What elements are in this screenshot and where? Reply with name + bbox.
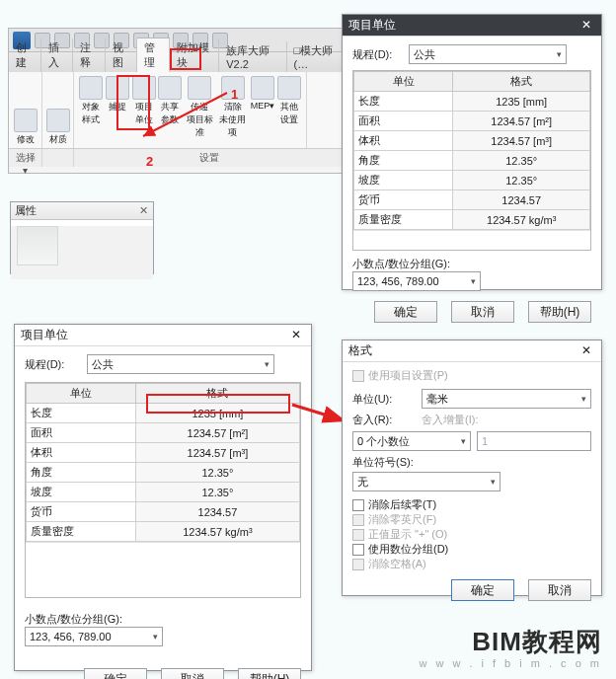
transfer-button[interactable]: 传递项目标准 (183, 76, 216, 139)
chevron-down-icon: ▾ (557, 49, 562, 59)
ok-button[interactable]: 确定 (84, 668, 147, 679)
col-format: 格式 (453, 72, 590, 92)
gear-icon (277, 76, 301, 100)
checkbox-icon (352, 514, 364, 526)
table-row: 坡度12.35° (354, 171, 590, 190)
show-plus-checkbox: 正值显示 "+" (O) (368, 528, 447, 540)
shared-param-icon (158, 76, 182, 100)
grouping-label: 小数点/数位分组(G): (25, 612, 301, 627)
chevron-down-icon: ▾ (471, 276, 476, 286)
panel-title: 属性 (15, 203, 37, 218)
table-row: 货币1234.57 (27, 502, 300, 522)
cancel-button[interactable]: 取消 (528, 579, 591, 601)
strip-feet-checkbox: 消除零英尺(F) (368, 513, 436, 525)
unit-select[interactable]: 毫米▾ (422, 389, 591, 409)
use-project-settings-checkbox: 使用项目设置(P) (368, 369, 448, 381)
checkbox-icon (352, 559, 364, 570)
tab-famlib[interactable]: 族库大师V2.2 (219, 41, 286, 72)
help-button[interactable]: 帮助(H) (238, 668, 301, 679)
round-inc-label: 舍入增量(I): (422, 413, 591, 427)
cancel-button[interactable]: 取消 (161, 668, 224, 679)
digit-group-checkbox[interactable]: 使用数位分组(D) (368, 543, 448, 555)
checkbox-icon (352, 529, 364, 541)
discipline-select[interactable]: 公共▾ (409, 44, 567, 64)
logo-url: w w w . i f b i m . c o m (419, 657, 602, 669)
symbol-select[interactable]: 无▾ (352, 472, 500, 491)
table-row: 质量密度1234.57 kg/m³ (27, 522, 300, 542)
table-row: 体积1234.57 [m³] (354, 131, 590, 151)
dialog-title: 项目单位 (348, 17, 396, 34)
table-row: 长度1235 [mm] (354, 92, 590, 112)
ribbon-panel-labels: 选择 ▾ 设置 (9, 149, 345, 167)
project-units-dialog-small: 项目单位 ✕ 规程(D): 公共▾ 单位格式 长度1235 [mm] 面积123… (342, 14, 602, 290)
chevron-down-icon: ▾ (461, 436, 466, 446)
material-icon (46, 109, 70, 132)
chevron-down-icon: ▾ (153, 632, 158, 641)
ok-button[interactable]: 确定 (451, 579, 514, 601)
table-row: 质量密度1234.57 kg/m³ (354, 210, 590, 230)
logo-text: BIM教程网 (419, 625, 602, 659)
symbol-label: 单位符号(S): (352, 455, 591, 470)
round-increment-input: 1 (477, 431, 591, 451)
close-icon[interactable]: ✕ (578, 17, 595, 35)
tab-modelmaster[interactable]: □模大师(… (287, 41, 345, 72)
table-row: 面积1234.57 [m²] (27, 423, 300, 443)
tab-view[interactable]: 视图 (106, 38, 138, 72)
checkbox-icon (352, 370, 364, 382)
ok-button[interactable]: 确定 (374, 301, 437, 323)
grouping-label: 小数点/数位分组(G): (352, 257, 591, 271)
table-row: 坡度12.35° (27, 483, 300, 502)
table-row: 面积1234.57 [m²] (354, 112, 590, 131)
round-label: 舍入(R): (352, 413, 416, 427)
project-units-dialog-large: 项目单位 ✕ 规程(D): 公共▾ 单位格式 长度1235 [mm] 面积123… (14, 324, 312, 671)
discipline-label: 规程(D): (352, 48, 392, 60)
close-icon[interactable]: ✕ (578, 342, 595, 360)
tab-insert[interactable]: 插入 (41, 38, 74, 72)
shared-param-button[interactable]: 共享参数 (157, 76, 184, 126)
purge-button[interactable]: 清除未使用项 (216, 76, 250, 139)
unit-label: 单位(U): (352, 392, 422, 407)
cursor-icon (14, 109, 38, 132)
table-row: 体积1234.57 [m³] (27, 443, 300, 463)
properties-panel: 属性 ✕ (10, 201, 154, 274)
col-unit: 单位 (27, 384, 136, 404)
help-button[interactable]: 帮助(H) (528, 301, 591, 323)
annotation-box (116, 75, 150, 130)
annotation-box (170, 48, 201, 70)
mep-icon (251, 76, 274, 100)
thumbnail-icon (17, 226, 58, 265)
grouping-select[interactable]: 123, 456, 789.00▾ (352, 271, 481, 291)
round-select[interactable]: 0 个小数位▾ (352, 431, 471, 451)
mep-button[interactable]: MEP▾ (250, 76, 276, 111)
panel-label-settings[interactable]: 设置 (74, 149, 345, 167)
object-style-icon (79, 76, 103, 100)
panel-label-select[interactable]: 选择 ▾ (9, 149, 42, 167)
format-dialog: 格式 ✕ 使用项目设置(P) 单位(U): 毫米▾ 舍入(R): 舍入增量(I)… (342, 340, 602, 596)
checkbox-icon[interactable] (352, 499, 364, 511)
strip-space-checkbox: 消除空格(A) (368, 558, 426, 569)
strip-trailing-checkbox[interactable]: 消除后续零(T) (368, 498, 436, 510)
dialog-title: 格式 (348, 342, 372, 359)
tab-annotate[interactable]: 注释 (73, 38, 106, 72)
annotation-number-2: 2 (146, 154, 153, 169)
chevron-down-icon: ▾ (581, 394, 586, 404)
addl-settings-button[interactable]: 其他 设置 (275, 76, 302, 126)
close-icon[interactable]: ✕ (287, 327, 305, 344)
tab-create[interactable]: 创建 (9, 38, 41, 72)
checkbox-icon[interactable] (352, 544, 364, 556)
grouping-select[interactable]: 123, 456, 789.00▾ (25, 627, 163, 646)
cancel-button[interactable]: 取消 (451, 301, 514, 323)
modify-button[interactable]: 修改 (11, 109, 40, 146)
discipline-select[interactable]: 公共▾ (87, 354, 274, 374)
transfer-icon (188, 76, 211, 100)
table-row: 角度12.35° (27, 463, 300, 483)
close-icon[interactable]: ✕ (137, 205, 149, 217)
annotation-box (146, 394, 290, 414)
tab-manage[interactable]: 管理 (137, 38, 170, 72)
object-style-button[interactable]: 对象 样式 (78, 76, 105, 126)
properties-body (11, 226, 153, 279)
chevron-down-icon: ▾ (491, 477, 496, 487)
ribbon-panels: 修改 材质 对象 样式 捕捉 项目单位 共享参数 传递项目标准 清除未使用项 M… (9, 72, 345, 149)
material-button[interactable]: 材质 (43, 109, 73, 146)
annotation-number-1: 1 (231, 87, 238, 102)
